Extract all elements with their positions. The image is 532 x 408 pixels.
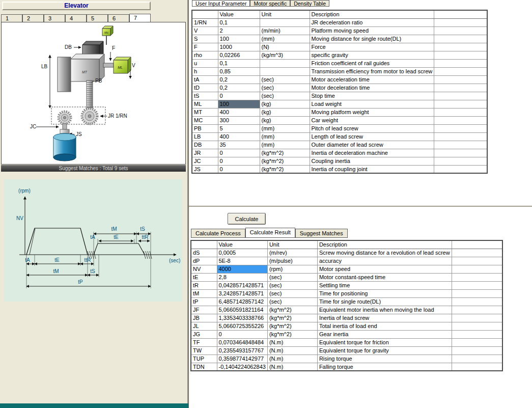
row-name-cell[interactable]: JG [191,330,217,338]
value-cell[interactable]: 0 [218,149,260,157]
unit-cell[interactable] [260,18,310,26]
description-cell[interactable]: Rising torque [317,355,452,363]
row-name-cell[interactable]: NV [191,265,217,273]
unit-cell[interactable]: (N) [260,43,310,51]
value-cell[interactable]: 6,4857142857142 [217,297,267,306]
row-name-cell[interactable]: tE [191,273,217,281]
value-cell[interactable]: 4000 [217,265,267,273]
mechanism-tab-2[interactable]: 2 [22,14,44,22]
unit-cell[interactable]: (kg) [260,100,310,108]
value-cell[interactable]: 400 [218,132,260,141]
value-cell[interactable]: 5,0660591821164 [217,306,267,314]
description-cell[interactable]: Load weight [310,100,434,108]
description-cell[interactable]: Friction coefficient of rail guides [310,59,434,67]
description-cell[interactable]: Motor constant-speed time [317,273,452,281]
row-name-cell[interactable]: TDN [191,363,217,371]
unit-cell[interactable]: (kg/m^3) [260,51,310,59]
row-name-cell[interactable]: ML [192,100,218,108]
unit-cell[interactable]: (kg*m^2) [267,306,317,314]
mechanism-tab-3[interactable]: 3 [44,14,65,22]
unit-cell[interactable]: (N.m) [267,363,317,371]
unit-cell[interactable]: (sec) [260,92,310,100]
description-cell[interactable]: Moving platform weight [310,108,434,116]
unit-cell[interactable]: (kg*m^2) [267,322,317,330]
unit-cell[interactable]: (mm) [260,141,310,149]
description-cell[interactable]: Falling torque [317,363,452,371]
row-name-cell[interactable]: h [192,67,218,75]
value-cell[interactable]: 2 [218,26,260,35]
value-cell[interactable]: 100 [218,100,260,108]
row-name-cell[interactable]: LB [192,132,218,141]
description-cell[interactable]: Equivalent motor inertia when moving the… [317,306,452,314]
row-name-cell[interactable]: F [192,43,218,51]
value-cell[interactable]: 1000 [218,43,260,51]
result-tab-calculate-process[interactable]: Calculate Process [191,229,245,238]
description-cell[interactable]: Total inertia of load end [317,322,452,330]
description-cell[interactable]: Gear inertia [317,330,452,338]
value-cell[interactable]: 0,2355493157767 [217,346,267,355]
value-cell[interactable]: 0,0428571428571 [217,281,267,289]
description-cell[interactable]: specific gravity [310,51,434,59]
value-cell[interactable]: 1,3353403338766 [217,314,267,322]
unit-cell[interactable]: (sec) [267,289,317,297]
row-name-cell[interactable]: tS [192,92,218,100]
unit-cell[interactable]: (sec) [267,273,317,281]
row-name-cell[interactable]: MT [192,108,218,116]
value-cell[interactable]: 0,1 [218,18,260,26]
row-name-cell[interactable]: MC [192,116,218,124]
description-cell[interactable]: Coupling inertia [310,157,434,165]
description-cell[interactable]: Time for single route(DL) [317,297,452,306]
unit-cell[interactable]: (kg*m^2) [260,157,310,165]
row-name-cell[interactable]: JC [192,157,218,165]
unit-cell[interactable]: (sec) [260,84,310,92]
value-cell[interactable]: 3,2428571428571 [217,289,267,297]
value-cell[interactable]: 0 [217,330,267,338]
value-cell[interactable]: 0,2 [218,84,260,92]
row-name-cell[interactable]: JR [192,149,218,157]
description-cell[interactable]: Stop time [310,92,434,100]
unit-cell[interactable]: (sec) [267,297,317,306]
mechanism-tab-6[interactable]: 6 [108,14,129,22]
description-cell[interactable]: JR deceleration ratio [310,18,434,26]
unit-cell[interactable]: (kg*m^2) [260,165,310,173]
unit-cell[interactable]: (N.m) [267,346,317,355]
row-name-cell[interactable]: TUP [191,355,217,363]
row-name-cell[interactable]: DB [192,141,218,149]
description-cell[interactable]: Car weight [310,116,434,124]
description-cell[interactable]: Pitch of lead screw [310,124,434,132]
mechanism-tab-1[interactable]: 1 [1,14,22,22]
unit-cell[interactable]: (mm) [260,132,310,141]
value-cell[interactable]: -0,1404224062843 [217,363,267,371]
value-cell[interactable]: 2,8 [217,273,267,281]
value-cell[interactable]: 100 [218,35,260,43]
row-name-cell[interactable]: TW [191,346,217,355]
unit-cell[interactable]: (N.m) [267,338,317,346]
description-cell[interactable]: Platform moving speed [310,26,434,35]
row-name-cell[interactable]: tD [192,84,218,92]
description-cell[interactable]: Outer diameter of lead screw [310,141,434,149]
unit-cell[interactable]: (kg*m^2) [267,314,317,322]
unit-cell[interactable]: (kg) [260,108,310,116]
description-cell[interactable]: Settling time [317,281,452,289]
row-name-cell[interactable]: tR [191,281,217,289]
value-cell[interactable]: 0 [218,165,260,173]
value-cell[interactable]: 0,3598774142977 [217,355,267,363]
value-cell[interactable]: 0 [218,92,260,100]
row-name-cell[interactable]: JS [192,165,218,173]
value-cell[interactable]: 0,2 [218,75,260,84]
row-name-cell[interactable]: rho [192,51,218,59]
description-cell[interactable]: Length of lead screw [310,132,434,141]
value-cell[interactable]: 0,0005 [217,249,267,257]
value-cell[interactable]: 300 [218,116,260,124]
row-name-cell[interactable]: tA [192,75,218,84]
unit-cell[interactable]: (kg*m^2) [267,330,317,338]
param-tab-motor-specific[interactable]: Motor specific [250,0,290,7]
value-cell[interactable]: 0,1 [218,59,260,67]
mechanism-tab-5[interactable]: 5 [87,14,108,22]
description-cell[interactable]: Inertia of lead screw [317,314,452,322]
value-cell[interactable]: 5,0660725355226 [217,322,267,330]
description-cell[interactable]: Transmission efficiency from motor to le… [310,67,434,75]
value-cell[interactable]: 0,02266 [218,51,260,59]
row-name-cell[interactable]: dP [191,257,217,265]
description-cell[interactable]: Force [310,43,434,51]
